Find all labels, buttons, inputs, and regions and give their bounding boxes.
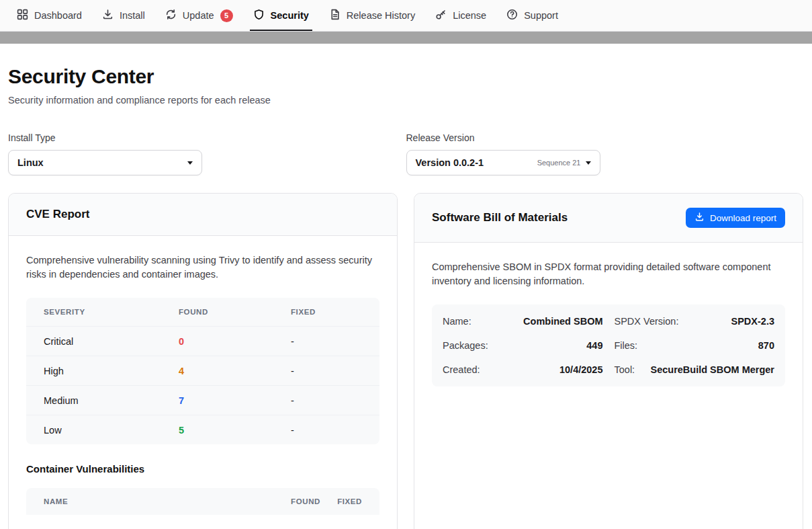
nav-label: Support — [524, 10, 558, 21]
table-row: Low 5 - — [26, 415, 379, 444]
fixed-count: - — [291, 336, 362, 347]
container-table-header: NAME FOUND FIXED — [26, 488, 379, 515]
detail-label: SPDX Version: — [615, 316, 679, 327]
sbom-pair: SPDX Version: SPDX-2.3 — [615, 316, 775, 327]
sbom-description: Comprehensive SBOM in SPDX format provid… — [432, 260, 785, 288]
sbom-card-header: Software Bill of Materials Download repo… — [414, 194, 803, 243]
fixed-count: - — [291, 366, 362, 376]
sbom-row: Created: 10/4/2025 Tool: SecureBuild SBO… — [443, 358, 774, 382]
nav-item-update[interactable]: Update 5 — [155, 0, 243, 31]
sbom-card: Software Bill of Materials Download repo… — [414, 193, 803, 529]
sbom-pair: Packages: 449 — [443, 340, 603, 351]
detail-label: Created: — [443, 364, 480, 375]
cve-card-title: CVE Report — [26, 208, 89, 221]
nav-item-license[interactable]: License — [425, 0, 496, 31]
sbom-pair: Files: 870 — [615, 340, 775, 351]
found-count: 0 — [179, 336, 291, 347]
col-fixed: FIXED — [291, 308, 362, 316]
sbom-row: Name: Combined SBOM SPDX Version: SPDX-2… — [443, 309, 774, 333]
cve-description: Comprehensive vulnerability scanning usi… — [26, 253, 379, 282]
top-nav: Dashboard Install Update 5 Security Rele… — [0, 0, 812, 32]
nav-item-security[interactable]: Security — [243, 0, 319, 31]
nav-item-dashboard[interactable]: Dashboard — [7, 0, 92, 31]
severity-name: Critical — [44, 336, 179, 347]
install-type-label: Install Type — [8, 132, 406, 143]
detail-value: 10/4/2025 — [559, 364, 603, 375]
severity-name: Low — [44, 425, 179, 436]
security-center-page: Security Center Security information and… — [0, 65, 812, 529]
detail-label: Packages: — [443, 340, 488, 351]
severity-name: Medium — [44, 395, 179, 406]
sbom-pair: Tool: SecureBuild SBOM Merger — [615, 364, 775, 375]
col-found: FOUND — [179, 308, 291, 316]
key-icon — [435, 9, 447, 22]
table-row: Critical 0 - — [26, 326, 379, 356]
nav-label: License — [453, 10, 486, 21]
severity-table: SEVERITY FOUND FIXED Critical 0 - High 4… — [26, 298, 379, 444]
found-count: 7 — [179, 395, 291, 406]
col-severity: SEVERITY — [44, 308, 179, 316]
nav-label: Install — [120, 10, 145, 21]
sbom-row: Packages: 449 Files: 870 — [443, 333, 774, 358]
help-circle-icon — [506, 9, 518, 22]
install-type-filter: Install Type Linux — [8, 132, 406, 175]
divider-strip — [0, 32, 812, 44]
cve-report-card: CVE Report Comprehensive vulnerability s… — [8, 193, 398, 529]
release-version-value: Version 0.0.2-1 — [416, 157, 537, 168]
detail-value: Combined SBOM — [523, 316, 602, 327]
install-type-select[interactable]: Linux — [8, 150, 202, 175]
detail-label: Name: — [443, 316, 471, 327]
install-type-value: Linux — [17, 157, 187, 168]
download-report-button[interactable]: Download report — [686, 208, 785, 228]
chevron-down-icon — [586, 161, 591, 165]
release-version-label: Release Version — [406, 132, 805, 143]
detail-label: Files: — [615, 340, 638, 351]
fixed-count: - — [291, 425, 362, 436]
detail-value: SecureBuild SBOM Merger — [650, 364, 774, 375]
document-icon — [329, 9, 341, 22]
nav-label: Update — [183, 10, 214, 21]
severity-table-header: SEVERITY FOUND FIXED — [26, 298, 379, 326]
detail-value: SPDX-2.3 — [731, 316, 774, 327]
release-sequence: Sequence 21 — [537, 159, 581, 167]
found-count: 4 — [179, 366, 291, 376]
sbom-pair: Created: 10/4/2025 — [443, 364, 603, 375]
sbom-card-body: Comprehensive SBOM in SPDX format provid… — [414, 243, 803, 404]
nav-item-install[interactable]: Install — [92, 0, 155, 31]
table-row: Medium 7 - — [26, 385, 379, 415]
col-found: FOUND — [267, 497, 320, 505]
download-icon — [694, 212, 705, 224]
install-icon — [102, 9, 114, 22]
detail-value: 449 — [586, 340, 602, 351]
release-version-select[interactable]: Version 0.0.2-1 Sequence 21 — [406, 150, 600, 175]
page-subtitle: Security information and compliance repo… — [8, 95, 804, 106]
container-vulnerabilities-title: Container Vulnerabilities — [26, 463, 379, 475]
dashboard-icon — [17, 9, 28, 22]
col-name: NAME — [44, 497, 267, 505]
severity-name: High — [44, 366, 179, 376]
cards-row: CVE Report Comprehensive vulnerability s… — [8, 193, 804, 529]
page-title: Security Center — [8, 65, 804, 88]
filters-row: Install Type Linux Release Version Versi… — [8, 132, 804, 175]
sbom-details-grid: Name: Combined SBOM SPDX Version: SPDX-2… — [432, 304, 785, 386]
update-icon — [165, 9, 177, 22]
cve-card-header: CVE Report — [9, 194, 397, 236]
cve-card-body: Comprehensive vulnerability scanning usi… — [9, 236, 397, 529]
update-count-badge: 5 — [220, 9, 233, 22]
fixed-count: - — [291, 395, 362, 406]
sbom-card-title: Software Bill of Materials — [432, 211, 568, 225]
shield-icon — [253, 9, 265, 22]
nav-label: Dashboard — [34, 10, 82, 21]
found-count: 5 — [179, 425, 291, 436]
detail-value: 870 — [758, 340, 774, 351]
nav-item-support[interactable]: Support — [496, 0, 568, 31]
nav-item-release-history[interactable]: Release History — [319, 0, 425, 31]
detail-label: Tool: — [615, 364, 635, 375]
chevron-down-icon — [187, 161, 193, 165]
nav-label: Security — [271, 10, 309, 21]
sbom-pair: Name: Combined SBOM — [443, 316, 603, 327]
release-version-filter: Release Version Version 0.0.2-1 Sequence… — [406, 132, 805, 175]
col-fixed: FIXED — [320, 497, 362, 505]
table-row: High 4 - — [26, 356, 379, 385]
nav-label: Release History — [347, 10, 415, 21]
